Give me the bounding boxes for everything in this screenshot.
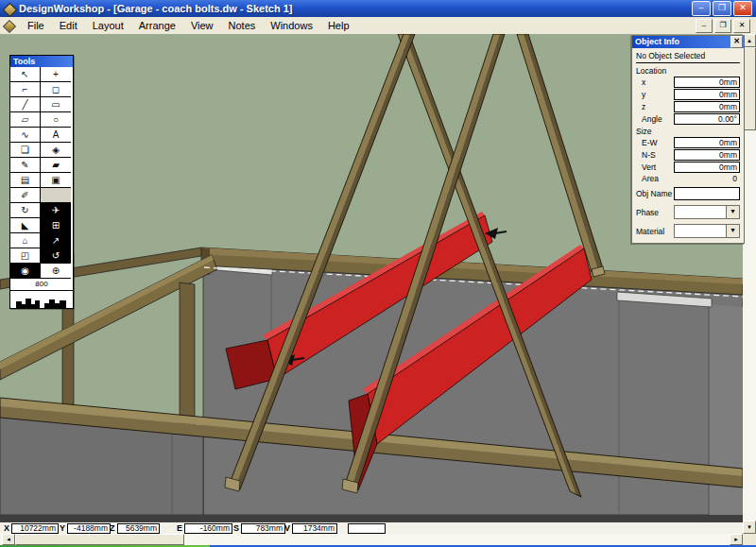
z-coord-field[interactable]: 5639mm [117,523,160,534]
freehand-tool[interactable]: ∿ [10,128,41,143]
horizontal-scroll-thumb[interactable] [15,534,184,545]
measure-tool[interactable]: ⌐ [10,82,41,97]
extrude-tool[interactable]: ⊞ [41,218,71,233]
measure-icon: ⌐ [23,82,28,96]
rectangle-tool[interactable]: ▭ [41,97,71,112]
block-tool[interactable]: ❏ [10,143,41,158]
scroll-up-icon[interactable]: ▴ [743,34,756,47]
v-coord-label: V [284,523,290,533]
eraser-tool[interactable]: ▰ [41,158,71,173]
horizontal-scrollbar[interactable]: ◂ ▸ [0,534,743,545]
extra-coord-field[interactable] [348,523,386,534]
menu-arrange[interactable]: Arrange [131,18,183,33]
phase-dropdown[interactable]: ▾ [674,205,740,219]
rectangle-icon: ▭ [51,97,60,111]
z-label: z [636,102,674,111]
ramp-tool[interactable]: ◣ [10,218,41,233]
window-close-button[interactable]: ✕ [733,1,752,16]
x-coord-label: X [4,523,9,533]
e-coord-field[interactable]: -160mm [184,523,232,534]
scroll-down-icon[interactable]: ▾ [743,521,756,534]
vertical-scroll-thumb[interactable] [743,47,756,130]
chevron-down-icon: ▾ [726,206,739,218]
size-heading: Size [636,127,740,136]
eye-tool[interactable]: ◉ [10,264,41,279]
y-field[interactable]: 0mm [674,89,740,100]
vert-field[interactable]: 0mm [674,162,740,173]
z-field[interactable]: 0mm [674,101,740,112]
v-coord-field[interactable]: 1734mm [292,523,337,534]
scroll-left-icon[interactable]: ◂ [2,534,15,545]
crosshair-tool[interactable]: + [41,67,71,82]
obj-name-row: Obj Name [636,187,740,200]
roof-tool[interactable]: ⌂ [10,233,41,248]
location-heading: Location [636,66,740,76]
menu-layout[interactable]: Layout [85,18,131,33]
ramp-icon: ◣ [22,218,29,232]
text-icon: A [53,128,60,142]
object-info-title: Object Info [635,36,679,48]
obj-name-field[interactable] [674,187,740,200]
vert-label: Vert [636,162,674,172]
window-restore-button[interactable]: ❐ [713,1,731,16]
pointer-icon: ↖ [21,67,28,81]
menu-edit[interactable]: Edit [52,18,85,33]
rotate-icon: ↻ [21,203,28,217]
material-label: Material [636,227,674,236]
pencil-tool[interactable]: ✎ [10,158,41,173]
location-z-row: z 0mm [636,101,740,112]
camera-tool[interactable]: ▤ [10,173,41,188]
s-coord-field[interactable]: 783mm [241,523,285,534]
model-preview-button[interactable] [10,291,73,308]
marquee-tool[interactable]: ◻ [41,82,71,97]
pitch-icon: ↗ [52,233,60,248]
vertical-scrollbar[interactable]: ▴ ▾ [743,34,756,534]
block-icon: ❏ [21,143,29,157]
flythrough-tool[interactable]: ✈ [41,203,71,218]
ew-field[interactable]: 0mm [674,137,740,148]
menu-view[interactable]: View [183,18,221,33]
surface-icon: ◈ [52,143,60,157]
roof-icon: ⌂ [22,233,27,248]
panel-close-icon[interactable]: ✕ [730,36,743,48]
tools-palette-title[interactable]: Tools [10,56,73,67]
mdi-restore-button[interactable]: ❐ [714,19,731,33]
x-field[interactable]: 0mm [674,77,740,88]
openbox-tool[interactable]: ◰ [10,248,41,264]
globe-tool[interactable]: ⊕ [41,264,71,279]
menu-help[interactable]: Help [320,18,357,33]
openbox-icon: ◰ [21,248,29,263]
text-tool[interactable]: A [41,128,71,143]
select-tool[interactable]: ↖ [10,67,41,82]
rotate-tool[interactable]: ↻ [10,203,41,218]
material-dropdown[interactable]: ▾ [674,224,740,238]
area-row: Area 0 [636,174,740,183]
angle-row: Angle 0.00° [636,113,740,125]
menu-windows[interactable]: Windows [263,18,320,33]
ellipse-tool[interactable]: ○ [41,112,71,128]
ns-field[interactable]: 0mm [674,149,740,161]
line-tool[interactable]: ╱ [10,97,41,112]
angle-field[interactable]: 0.00° [674,113,740,125]
window-minimize-button[interactable]: – [692,1,711,16]
orbit-tool[interactable]: ↺ [41,248,71,264]
menu-file[interactable]: File [20,18,52,33]
y-coord-field[interactable]: -4188mm [67,523,111,534]
chevron-down-icon: ▾ [726,225,739,237]
extrude-icon: ⊞ [52,218,60,232]
eyedropper-tool[interactable]: ✐ [10,188,41,203]
pitch-tool[interactable]: ↗ [41,233,71,248]
x-coord-field[interactable]: 10722mm [11,523,59,534]
menu-notes[interactable]: Notes [221,18,264,33]
polygon-tool[interactable]: ▱ [10,112,41,128]
surface-tool[interactable]: ◈ [41,143,71,158]
camera-view-tool[interactable]: ▣ [41,173,71,188]
size-ns-row: N-S 0mm [636,149,740,161]
mdi-minimize-button[interactable]: – [696,19,713,33]
zoom-level-indicator[interactable]: 800 [10,279,73,291]
scroll-right-icon[interactable]: ▸ [730,534,743,545]
tools-palette: Tools ↖ + ⌐ ◻ ╱ ▭ ▱ ○ ∿ A ❏ ◈ ✎ ▰ ▤ ▣ ✐ … [9,55,74,309]
mdi-close-button[interactable]: ✕ [733,19,750,33]
freehand-icon: ∿ [21,128,28,142]
area-value: 0 [674,174,740,183]
